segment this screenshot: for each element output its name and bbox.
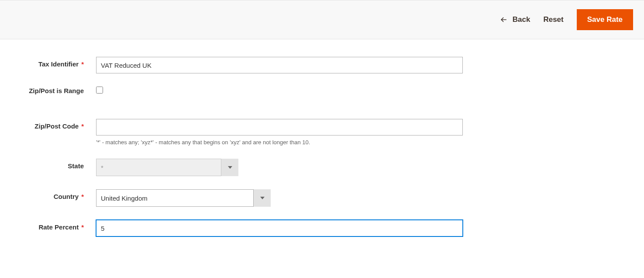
rate-percent-label: Rate Percent* bbox=[9, 220, 96, 231]
back-button[interactable]: Back bbox=[499, 15, 530, 24]
rate-percent-row: Rate Percent* bbox=[9, 220, 635, 236]
zip-is-range-checkbox[interactable] bbox=[96, 87, 103, 94]
arrow-left-icon bbox=[499, 15, 508, 24]
zip-code-input[interactable] bbox=[96, 119, 463, 136]
required-mark: * bbox=[81, 223, 84, 231]
required-mark: * bbox=[81, 122, 84, 130]
country-label: Country* bbox=[9, 189, 96, 200]
tax-identifier-row: Tax Identifier* bbox=[9, 57, 635, 73]
tax-rate-form: Tax Identifier* Zip/Post is Range Zip/Po… bbox=[0, 39, 644, 258]
state-select: * bbox=[96, 159, 238, 176]
zip-code-label: Zip/Post Code* bbox=[9, 119, 96, 130]
save-rate-button[interactable]: Save Rate bbox=[577, 9, 633, 30]
tax-identifier-label: Tax Identifier* bbox=[9, 57, 96, 68]
reset-button[interactable]: Reset bbox=[543, 15, 563, 24]
zip-code-row: Zip/Post Code* '*' - matches any; 'xyz*'… bbox=[9, 119, 635, 146]
back-label: Back bbox=[513, 15, 530, 24]
state-label: State bbox=[9, 159, 96, 170]
state-row: State * bbox=[9, 159, 635, 176]
required-mark: * bbox=[81, 193, 84, 200]
country-select[interactable]: United Kingdom bbox=[96, 189, 271, 207]
zip-code-help: '*' - matches any; 'xyz*' - matches any … bbox=[96, 139, 463, 146]
required-mark: * bbox=[81, 60, 84, 68]
zip-is-range-label: Zip/Post is Range bbox=[9, 87, 96, 94]
rate-percent-input[interactable] bbox=[96, 220, 463, 236]
zip-is-range-row: Zip/Post is Range bbox=[9, 87, 635, 95]
country-row: Country* United Kingdom bbox=[9, 189, 635, 207]
tax-identifier-input[interactable] bbox=[96, 57, 463, 73]
top-toolbar: Back Reset Save Rate bbox=[0, 0, 644, 39]
